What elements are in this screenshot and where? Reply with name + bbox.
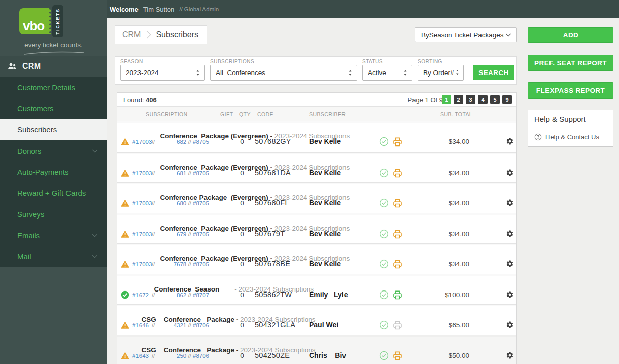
season-value: 2023-2024 [126, 69, 159, 77]
page-button-1[interactable]: 1 [442, 95, 451, 104]
order-number-link[interactable]: #17003 [132, 139, 152, 145]
gear-icon[interactable] [506, 260, 514, 268]
code-value: 507682GY [255, 137, 291, 145]
view-type-select[interactable]: BySeason Ticket Packages [415, 27, 517, 42]
order-number-link[interactable]: #17003 [132, 170, 152, 176]
gear-icon[interactable] [506, 230, 514, 238]
status-select[interactable]: Active [362, 65, 412, 81]
page-button-4[interactable]: 4 [478, 95, 488, 104]
item-id-link[interactable]: 4321 [174, 322, 187, 328]
subscription-ref: 680 // #8705 [163, 200, 209, 206]
sidebar-item-label: Customer Details [17, 83, 75, 92]
check-circle-icon[interactable] [379, 351, 389, 360]
column-header-qty: QTY [239, 111, 251, 117]
package-id-link[interactable]: #8705 [193, 139, 209, 145]
status-label: STATUS [362, 59, 383, 64]
subscriptions-select[interactable]: All Conferences [210, 65, 357, 81]
package-id-link[interactable]: #8706 [193, 353, 209, 359]
sidebar-item-emails[interactable]: Emails [0, 225, 107, 246]
order-number-link[interactable]: #17003 [132, 231, 152, 237]
item-id-link[interactable]: 680 [177, 200, 186, 206]
package-id-link[interactable]: #8705 [193, 231, 209, 237]
gear-icon[interactable] [506, 290, 514, 299]
sidebar-item-customers[interactable]: Customers [0, 98, 107, 119]
brand-logo: vbo TICKETS every ticket counts. [0, 0, 107, 55]
item-id-link[interactable]: 682 [177, 139, 186, 145]
check-circle-icon[interactable] [379, 137, 389, 147]
item-id-link[interactable]: 7678 [174, 261, 187, 267]
warning-icon [121, 169, 129, 177]
pref-seat-report-button[interactable]: PREF. SEAT REPORT [528, 55, 613, 71]
main-content: CRM Subscribers BySeason Ticket Packages… [107, 18, 619, 364]
order-number-link[interactable]: #17003 [132, 261, 152, 267]
page-button-2[interactable]: 2 [454, 95, 463, 104]
check-circle-icon[interactable] [379, 259, 389, 269]
gear-icon[interactable] [506, 169, 514, 177]
gear-icon[interactable] [506, 137, 514, 145]
breadcrumb-current: Subscribers [156, 30, 198, 39]
results-panel: Found: 406 Page 1 Of 9 123459 SUBSCRIPTI… [117, 92, 517, 364]
sidebar-item-reward-gift-cards[interactable]: Reward + Gift Cards [0, 182, 107, 203]
table-row: CSG Conference Package - 2023-2024 Subsc… [117, 335, 516, 364]
warning-icon [121, 352, 129, 360]
order-number-link[interactable]: #17003 [132, 200, 152, 206]
check-circle-icon[interactable] [379, 290, 389, 300]
item-id-link[interactable]: 679 [177, 231, 186, 237]
sorting-label: SORTING [418, 59, 442, 64]
sidebar-item-customer-details[interactable]: Customer Details [0, 77, 107, 98]
separator-slashes: // [152, 261, 155, 267]
item-id-link[interactable]: 250 [177, 353, 186, 359]
sidebar-item-surveys[interactable]: Surveys [0, 203, 107, 225]
qty-value: 0 [238, 230, 246, 238]
sidebar-menu: Customer DetailsCustomersSubscribersDono… [0, 77, 107, 267]
separator-slashes: // [152, 231, 155, 237]
gear-icon[interactable] [506, 199, 514, 207]
breadcrumb-parent[interactable]: CRM [122, 30, 141, 39]
package-id-link[interactable]: #8706 [193, 322, 209, 328]
check-circle-icon[interactable] [379, 168, 389, 178]
select-arrows-icon [194, 69, 201, 77]
user-name[interactable]: Tim Sutton [143, 6, 174, 13]
item-id-link[interactable]: 862 [177, 292, 186, 298]
package-id-link[interactable]: #8705 [193, 170, 209, 176]
sidebar-item-auto-payments[interactable]: Auto-Payments [0, 161, 107, 182]
sidebar-header-label: CRM [22, 62, 41, 71]
close-icon[interactable] [92, 63, 100, 70]
package-id-link[interactable]: #8707 [193, 292, 209, 298]
order-number-link[interactable]: #1643 [132, 353, 149, 359]
add-button[interactable]: ADD [528, 27, 613, 43]
season-select[interactable]: 2023-2024 [120, 65, 205, 81]
flexpass-report-button[interactable]: FLEXPASS REPORT [528, 82, 613, 99]
found-count: 406 [146, 96, 157, 104]
code-value: 507678BE [255, 260, 290, 268]
column-header-subscription: SUBSCRIPTION [146, 111, 188, 117]
season-label: SEASON [120, 59, 143, 64]
code-value: 504250ZE [255, 351, 290, 359]
check-circle-icon[interactable] [379, 320, 389, 330]
subtotal-value: $50.00 [394, 352, 469, 359]
help-contact-link[interactable]: Help & Contact Us [528, 128, 613, 146]
gear-icon[interactable] [506, 351, 514, 359]
order-number-link[interactable]: #1646 [132, 322, 149, 328]
sorting-select[interactable]: By Order# [418, 65, 464, 81]
package-id-link[interactable]: #8705 [193, 261, 209, 267]
brand-tagline: every ticket counts. [0, 41, 107, 49]
check-circle-icon[interactable] [379, 198, 389, 208]
item-id-link[interactable]: 681 [177, 170, 186, 176]
check-circle-icon[interactable] [379, 229, 389, 239]
breadcrumb: CRM Subscribers [115, 25, 207, 44]
gear-icon[interactable] [506, 321, 514, 329]
search-button[interactable]: SEARCH [473, 65, 514, 80]
package-id-link[interactable]: #8705 [193, 200, 209, 206]
users-icon [7, 61, 17, 71]
subscriber-name: Paul Wei [309, 321, 338, 329]
page-button-5[interactable]: 5 [490, 95, 500, 104]
sidebar-item-donors[interactable]: Donors [0, 140, 107, 161]
sidebar-item-mail[interactable]: Mail [0, 246, 107, 267]
page-button-9[interactable]: 9 [502, 95, 512, 104]
sidebar-item-subscribers[interactable]: Subscribers [0, 119, 107, 140]
page-button-3[interactable]: 3 [466, 95, 475, 104]
help-title: Help & Support [528, 110, 613, 128]
order-number-link[interactable]: #1672 [132, 292, 149, 298]
subtotal-value: $34.00 [394, 199, 469, 207]
